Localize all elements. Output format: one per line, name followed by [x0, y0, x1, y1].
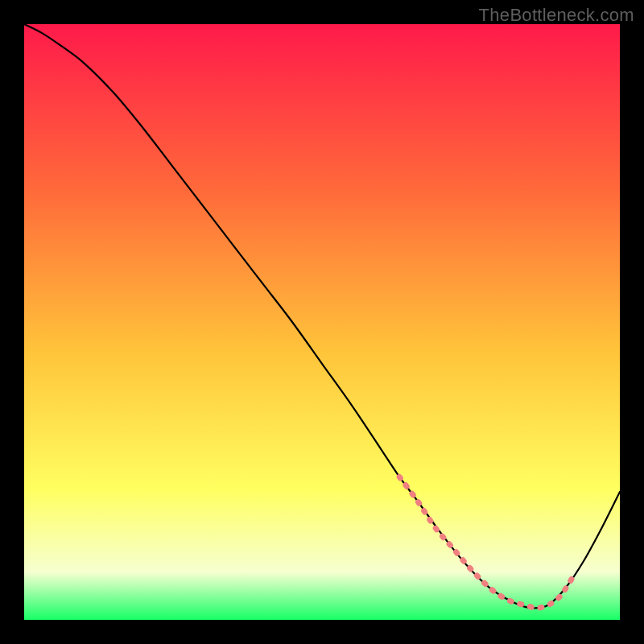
watermark-text: TheBottleneck.com	[479, 5, 634, 26]
chart-container: TheBottleneck.com	[0, 0, 644, 644]
plot-area	[24, 24, 620, 620]
chart-svg	[24, 24, 620, 620]
gradient-background	[24, 24, 620, 620]
